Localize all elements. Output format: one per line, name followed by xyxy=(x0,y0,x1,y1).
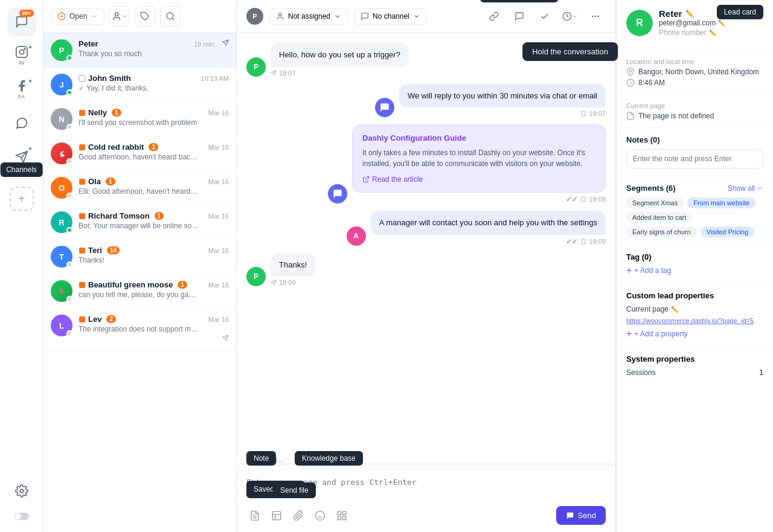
time-val5: 19:09 xyxy=(279,279,296,286)
chevron-icon xyxy=(334,13,341,20)
segments-tags: Segment Xmas From main website Added ite… xyxy=(626,197,763,237)
notes-input[interactable] xyxy=(626,149,763,168)
send-file-button[interactable] xyxy=(268,507,285,524)
svg-point-1 xyxy=(19,50,24,54)
guide-time-val: 19:08 xyxy=(589,196,606,203)
user-name-row: Reter ✏️ xyxy=(659,8,725,19)
sidebar-facebook[interactable]: FA xyxy=(7,75,36,104)
seg-tag-pricing[interactable]: Visited Pricing xyxy=(701,226,755,237)
hold-button[interactable]: Hold the conversation xyxy=(560,6,580,27)
svg-rect-19 xyxy=(79,316,85,322)
message-row-guide: Dashly Configuration Guide It only takes… xyxy=(246,124,606,204)
system-props-section: System properties Sessions 1 xyxy=(617,347,773,386)
svg-point-45 xyxy=(629,70,632,72)
send-button[interactable]: Send xyxy=(556,506,606,525)
status-offline xyxy=(66,330,72,336)
add-tag-button[interactable]: + + Add a tag xyxy=(626,265,763,276)
conv-item-cold-red-rabbit[interactable]: 🐇 Cold red rabbit 1 Mar 16 Good afternoo… xyxy=(43,136,236,171)
agent-person-wrapper: A manager will contact you soon and help… xyxy=(371,211,606,246)
assign-orange-icon xyxy=(79,109,86,117)
check-button[interactable] xyxy=(534,6,555,27)
conv-info-ola: Ola 1 Mar 16 Elli: Good afternoon, haven… xyxy=(79,177,229,196)
more-input-button[interactable] xyxy=(333,507,350,524)
msg-text2: We will reply to you within 30 minutes v… xyxy=(399,84,606,108)
edit-name-icon[interactable]: ✏️ xyxy=(685,10,694,18)
note-tooltip-label: Note xyxy=(254,454,269,463)
conv-item-teri[interactable]: T Teri 14 Mar 16 Thanks! xyxy=(43,240,236,274)
seg-tag-main-website[interactable]: From main website xyxy=(687,197,755,208)
assign-icon6 xyxy=(79,247,86,254)
chevron-down-icon4 xyxy=(756,185,763,192)
tag-row: + Add tag... xyxy=(237,455,615,464)
seg-tag-xmas[interactable]: Segment Xmas xyxy=(626,197,684,208)
conv-item-john[interactable]: J John Smith 10:19 AM ✓ Yay, I did it, t… xyxy=(43,68,236,102)
sidebar-chat[interactable]: 99+ xyxy=(7,7,36,36)
status-offline xyxy=(66,124,72,130)
sidebar: 99+ IN FA + Channels xyxy=(0,0,43,532)
conv-item-nelly[interactable]: N Nelly 1 Mar 16 I'll send you screensho… xyxy=(43,102,236,136)
svg-rect-32 xyxy=(582,239,586,243)
tag-filter-button[interactable] xyxy=(135,6,155,27)
seg-tag-cart[interactable]: Added item to cart xyxy=(626,212,692,223)
edit-email-icon[interactable]: ✏️ xyxy=(718,20,725,27)
conv-item-ola[interactable]: O Ola 1 Mar 16 Elli: Good afternoon, hav… xyxy=(43,171,236,205)
open-filter-button[interactable]: Open xyxy=(51,8,104,25)
sidebar-settings[interactable] xyxy=(7,476,36,505)
attach-button[interactable] xyxy=(290,507,307,524)
search-button[interactable] xyxy=(160,6,181,27)
history-button[interactable]: Conversation history xyxy=(509,6,530,27)
fire-icon xyxy=(57,12,66,21)
svg-point-24 xyxy=(592,16,594,18)
instagram-label: IN xyxy=(19,60,24,66)
chevron-down-icon3 xyxy=(572,13,578,19)
unread-badge: 1 xyxy=(155,212,164,220)
sidebar-divider xyxy=(10,179,34,179)
status-online xyxy=(66,89,72,95)
conv-item-lev[interactable]: L Lev 2 Mar 16 The integration does not … xyxy=(43,309,236,350)
not-assigned-dropdown[interactable]: Not assigned xyxy=(269,8,348,25)
phone-small-icon xyxy=(580,111,586,117)
link-button[interactable] xyxy=(484,6,504,27)
person-filter-button[interactable] xyxy=(109,6,130,27)
add-property-label: + Add a property xyxy=(634,330,687,338)
conv-name: Lev xyxy=(88,315,101,324)
svg-point-38 xyxy=(316,511,325,520)
avatar-nelly: N xyxy=(51,108,72,130)
conv-name: Beautiful green moose xyxy=(88,280,173,289)
add-property-button[interactable]: + + Add a property xyxy=(626,328,763,339)
current-page-value: The page is not defined xyxy=(626,112,763,120)
add-channel-button[interactable]: + xyxy=(10,187,34,211)
facebook-icon xyxy=(15,79,28,92)
conv-time: 19 min. xyxy=(194,40,216,48)
time-val4: 19:09 xyxy=(589,238,606,245)
svg-rect-18 xyxy=(79,282,85,288)
person-icon xyxy=(112,11,121,21)
saved-replies-button[interactable] xyxy=(246,507,263,524)
more-button[interactable] xyxy=(585,6,606,27)
time-value: 8:46 AM xyxy=(626,79,763,87)
segments-title: Segments (6) xyxy=(626,184,676,193)
edit-prop-icon[interactable]: ✏️ xyxy=(671,306,678,313)
guide-link[interactable]: Read the article xyxy=(362,175,595,184)
emoji-button[interactable] xyxy=(312,507,329,524)
prop-link-url[interactable]: https://woocommerce.dashly.io/?page_id=5 xyxy=(626,317,754,324)
sidebar-telegram[interactable] xyxy=(7,143,36,171)
conv-item-moose[interactable]: 🦌 Beautiful green moose 1 Mar 16 can you… xyxy=(43,274,236,309)
tag-header: Tag (0) xyxy=(626,252,763,261)
conv-item-peter[interactable]: P Peter 19 min. Thank you so much xyxy=(43,33,236,68)
edit-phone-icon[interactable]: ✏️ xyxy=(709,30,716,36)
chat-input-area: Note Knowledge base Saved replies Send f… xyxy=(237,464,615,532)
notes-header: Notes (0) xyxy=(626,135,763,144)
conv-preview: can you tell me, please, do you gave a f… xyxy=(79,290,199,299)
svg-rect-29 xyxy=(582,111,586,116)
sidebar-whatsapp[interactable] xyxy=(7,109,36,138)
show-all-button[interactable]: Show all xyxy=(728,184,763,193)
guide-text: It only takes a few minutes to install D… xyxy=(362,147,595,169)
clock-icon xyxy=(562,11,572,21)
sidebar-instagram[interactable]: IN xyxy=(7,41,36,70)
conv-item-richard[interactable]: R Richard Tomson 1 Mar 16 Bot: Your mana… xyxy=(43,205,236,240)
no-channel-dropdown[interactable]: No channel xyxy=(354,8,427,25)
msg-text4: A manager will contact you soon and help… xyxy=(371,211,606,235)
seg-tag-churn[interactable]: Early signs of churn xyxy=(626,226,697,237)
not-assigned-label: Not assigned xyxy=(288,12,330,21)
